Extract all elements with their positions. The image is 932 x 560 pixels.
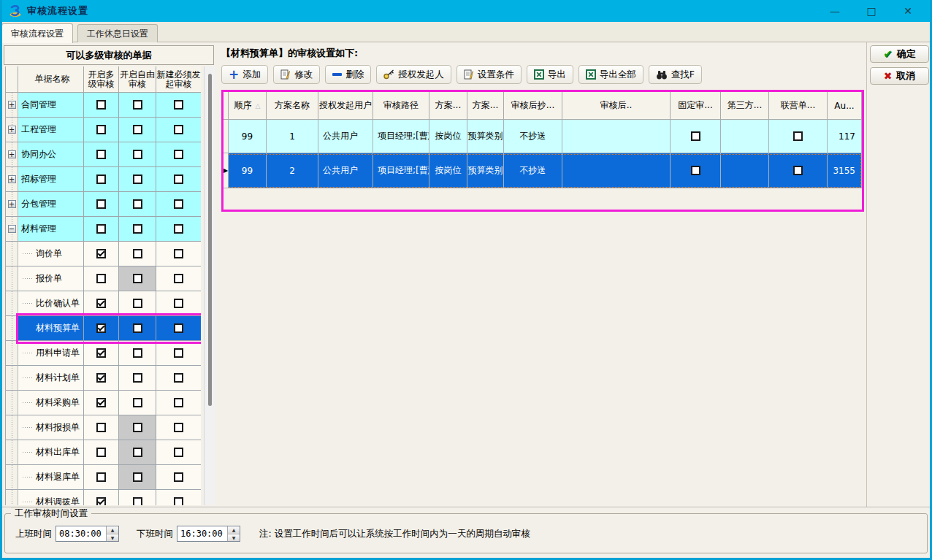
doc-type-row[interactable]: 材料预算单 [6,316,201,341]
doc-type-row[interactable]: 材料报损单 [6,415,201,440]
grid-column-header[interactable]: 审核路径 [373,92,429,120]
doc-type-row[interactable]: 询价单 [6,242,201,266]
doc-type-row[interactable]: 比价确认单 [6,291,201,316]
free-audit-checkbox[interactable] [133,174,142,184]
multi-level-audit-checkbox[interactable] [96,174,106,184]
collapse-toggle-icon[interactable]: − [8,225,16,233]
must-initiate-audit-checkbox[interactable] [174,472,183,482]
grid-column-header[interactable]: 方案... [467,92,504,120]
fixed-auditor-checkbox[interactable] [691,166,700,175]
free-audit-checkbox[interactable] [133,125,142,134]
doc-category-row[interactable]: +招标管理 [6,167,201,192]
must-initiate-audit-checkbox[interactable] [174,348,183,358]
must-initiate-audit-checkbox[interactable] [174,323,183,333]
must-initiate-audit-checkbox[interactable] [174,224,183,234]
find-button[interactable]: 查找F [649,65,702,84]
doc-category-row[interactable]: +工程管理 [6,118,201,142]
multi-level-audit-checkbox[interactable] [96,150,106,159]
doc-type-row[interactable]: 材料退库单 [6,465,201,490]
ok-button[interactable]: ✔ 确定 [870,45,929,63]
multi-level-audit-checkbox[interactable] [96,497,106,505]
multi-level-audit-checkbox[interactable] [96,199,106,209]
doc-category-row[interactable]: +合同管理 [6,93,201,118]
multi-level-audit-checkbox[interactable] [96,373,106,383]
doc-category-row[interactable]: +协同办公 [6,142,201,167]
must-initiate-audit-checkbox[interactable] [174,373,183,383]
multi-level-audit-checkbox[interactable] [96,299,106,308]
multi-level-audit-checkbox[interactable] [96,472,106,482]
maximize-button[interactable]: □ [853,5,890,17]
expand-toggle-icon[interactable]: + [8,101,16,109]
free-audit-checkbox[interactable] [133,100,142,110]
start-time-up-arrow[interactable]: ▲ [107,526,118,534]
grid-column-header[interactable]: Au... [828,92,862,120]
plan-row[interactable]: ▶992公共用户项目经理;[曹慧按岗位预算类别不抄送3155 [224,153,862,188]
must-initiate-audit-checkbox[interactable] [174,423,183,432]
set-condition-button[interactable]: 设置条件 [457,65,522,84]
delete-button[interactable]: 删除 [325,65,371,84]
must-initiate-audit-checkbox[interactable] [174,497,183,505]
free-audit-checkbox[interactable] [133,423,142,432]
grid-column-header[interactable]: 固定审... [671,92,721,120]
doc-type-row[interactable]: 材料出库单 [6,440,201,465]
free-audit-checkbox[interactable] [133,373,142,383]
doc-type-row[interactable]: 材料计划单 [6,366,201,391]
scrollbar-thumb[interactable] [208,74,212,406]
free-audit-checkbox[interactable] [133,398,142,407]
expand-toggle-icon[interactable]: + [8,150,16,158]
grid-column-header[interactable]: 方案... [429,92,467,120]
expand-toggle-icon[interactable]: + [8,175,16,183]
must-initiate-audit-checkbox[interactable] [174,174,183,184]
free-audit-checkbox[interactable] [133,150,142,159]
must-initiate-audit-checkbox[interactable] [174,249,183,258]
cancel-button[interactable]: ✖ 取消 [870,67,929,85]
grid-column-header[interactable]: 审核后.. [562,92,671,120]
end-time-down-arrow[interactable]: ▼ [228,534,240,542]
multi-level-audit-checkbox[interactable] [96,448,106,457]
start-time-input[interactable] [56,526,106,541]
add-button[interactable]: +添加 [221,65,268,84]
free-audit-checkbox[interactable] [133,448,142,457]
free-audit-checkbox[interactable] [133,323,142,333]
authorize-initiator-button[interactable]: 授权发起人 [376,65,451,84]
must-initiate-audit-checkbox[interactable] [174,125,183,134]
joint-venture-checkbox[interactable] [793,166,803,175]
free-audit-checkbox[interactable] [133,348,142,358]
plan-row[interactable]: 991公共用户项目经理;[曹慧按岗位预算类别不抄送117 [224,120,862,153]
multi-level-audit-checkbox[interactable] [96,274,106,283]
multi-level-audit-checkbox[interactable] [96,423,106,432]
must-initiate-audit-checkbox[interactable] [174,100,183,110]
free-audit-checkbox[interactable] [133,249,142,258]
tab-rest-day-settings[interactable]: 工作休息日设置 [77,24,158,42]
end-time-up-arrow[interactable]: ▲ [228,526,240,534]
multi-level-audit-checkbox[interactable] [96,323,106,333]
grid-column-header[interactable]: 联营单... [769,92,828,120]
multi-level-audit-checkbox[interactable] [96,398,106,407]
left-panel-scrollbar[interactable] [204,66,215,505]
free-audit-checkbox[interactable] [133,224,142,234]
grid-column-header[interactable]: 方案名称 [267,92,318,120]
must-initiate-audit-checkbox[interactable] [174,299,183,308]
tab-audit-flow-settings[interactable]: 审核流程设置 [1,23,73,43]
end-time-input[interactable] [177,526,227,541]
multi-level-audit-checkbox[interactable] [96,224,106,234]
grid-column-header[interactable]: 审核后抄... [504,92,562,120]
joint-venture-checkbox[interactable] [793,131,803,141]
doc-type-row[interactable]: 用料申请单 [6,341,201,366]
grid-column-header[interactable]: 第三方... [721,92,769,120]
free-audit-checkbox[interactable] [133,199,142,209]
must-initiate-audit-checkbox[interactable] [174,150,183,159]
multi-level-audit-checkbox[interactable] [96,348,106,358]
export-all-button[interactable]: 导出全部 [578,65,643,84]
grid-column-header[interactable]: 授权发起用户 [318,92,373,120]
close-button[interactable]: ✕ [890,5,926,17]
must-initiate-audit-checkbox[interactable] [174,398,183,407]
doc-type-row[interactable]: 材料调拨单 [6,490,201,505]
fixed-auditor-checkbox[interactable] [691,131,700,141]
multi-level-audit-checkbox[interactable] [96,249,106,258]
doc-type-row[interactable]: 材料采购单 [6,391,201,415]
free-audit-checkbox[interactable] [133,274,142,283]
expand-toggle-icon[interactable]: + [8,126,16,134]
doc-category-row[interactable]: −材料管理 [6,217,201,242]
expand-toggle-icon[interactable]: + [8,200,16,208]
